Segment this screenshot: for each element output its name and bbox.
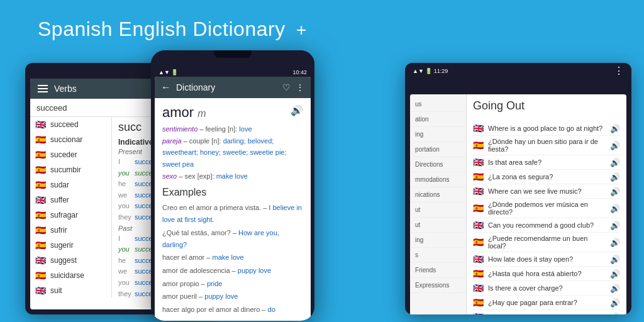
phone-notch xyxy=(151,50,314,68)
sidebar-item[interactable]: Expressions xyxy=(410,278,466,293)
sidebar-item[interactable]: Friends xyxy=(410,263,466,278)
flag-icon: 🇪🇸 xyxy=(35,166,47,174)
verbs-title: Verbs xyxy=(54,84,77,94)
list-item[interactable]: 🇬🇧suggest xyxy=(30,253,111,268)
flag-icon: 🇬🇧 xyxy=(35,257,47,264)
sidebar-item[interactable]: ing xyxy=(410,127,466,142)
sidebar-item[interactable]: mmodations xyxy=(410,172,466,187)
sidebar-item[interactable]: Directions xyxy=(410,157,466,172)
audio-icon[interactable]: 🔊 xyxy=(291,104,303,116)
list-item[interactable]: 🇪🇸sufrir xyxy=(30,223,111,238)
flag-icon: 🇪🇸 xyxy=(35,211,47,219)
audio-icon[interactable]: 🔊 xyxy=(610,269,620,279)
sidebar-item[interactable]: ing xyxy=(410,233,466,248)
flag-icon: 🇪🇸 xyxy=(473,237,486,247)
list-item[interactable]: 🇪🇸sucumbir xyxy=(30,162,111,177)
tablet-right-menu[interactable]: ⋮ xyxy=(614,65,624,77)
phone-screen: ← Dictionary ♡ ⋮ amor m 🔊 sentimiento – … xyxy=(155,77,311,321)
status-signal: ▲▼ 🔋 xyxy=(158,69,178,75)
audio-icon[interactable]: 🔊 xyxy=(610,238,620,247)
examples-title: Examples xyxy=(162,187,303,198)
flag-icon: 🇬🇧 xyxy=(35,196,47,204)
def-row: sexo – sex [exp]: make love xyxy=(162,170,303,182)
audio-icon[interactable]: 🔊 xyxy=(610,141,620,150)
example-row: Creo en el amor a primera vista. – I bel… xyxy=(162,202,303,225)
flag-icon: 🇬🇧 xyxy=(473,312,486,314)
phrase-row: 🇬🇧Where can we see live music?🔊 xyxy=(473,184,620,199)
list-item[interactable]: 🇪🇸suceder xyxy=(30,147,111,162)
phrase-row: 🇪🇸¿La zona es segura?🔊 xyxy=(473,170,620,184)
def-row: pareja – couple [n]: darling; beloved; s… xyxy=(162,135,303,170)
rt-main: Going Out 🇬🇧Where is a good place to go … xyxy=(467,94,626,314)
flag-icon: 🇪🇸 xyxy=(35,272,47,279)
audio-icon[interactable]: 🔊 xyxy=(610,124,620,133)
list-item[interactable]: 🇪🇸succionar xyxy=(30,132,111,147)
flag-icon: 🇪🇸 xyxy=(35,226,47,234)
tablet-right: ▲▼ 🔋 11:29 ⋮ us ation ing portation Dire… xyxy=(405,63,631,314)
more-options-icon[interactable]: ⋮ xyxy=(296,82,304,92)
dict-content: amor m 🔊 sentimiento – feeling [n]: love… xyxy=(155,98,311,318)
list-item[interactable]: 🇪🇸sugerir xyxy=(30,238,111,253)
sidebar-item[interactable]: us xyxy=(410,97,466,112)
list-item[interactable]: 🇪🇸sudar xyxy=(30,177,111,192)
phrase-row: 🇬🇧Do they serve food?🔊 xyxy=(473,310,620,314)
list-item[interactable]: 🇬🇧suffer xyxy=(30,192,111,208)
tablet-right-status: ▲▼ 🔋 11:29 xyxy=(413,68,448,74)
tablet-right-screen: us ation ing portation Directions mmodat… xyxy=(410,94,626,314)
flag-icon: 🇬🇧 xyxy=(473,123,486,133)
flag-icon: 🇪🇸 xyxy=(35,151,47,158)
sidebar-item[interactable]: portation xyxy=(410,142,466,157)
flag-icon: 🇪🇸 xyxy=(35,242,47,249)
sidebar-item[interactable]: ut xyxy=(410,218,466,233)
flag-icon: 🇪🇸 xyxy=(473,203,486,213)
audio-icon[interactable]: 🔊 xyxy=(610,187,620,196)
audio-icon[interactable]: 🔊 xyxy=(610,158,620,167)
flag-icon: 🇪🇸 xyxy=(473,172,486,182)
phrase-row: 🇪🇸¿Hasta qué hora está abierto?🔊 xyxy=(473,267,620,281)
phrase-row: 🇬🇧Is there a cover charge?🔊 xyxy=(473,281,620,296)
audio-icon[interactable]: 🔊 xyxy=(610,313,620,315)
phrase-row: 🇬🇧Is that area safe?🔊 xyxy=(473,155,620,170)
flag-icon: 🇬🇧 xyxy=(35,287,47,294)
hamburger-icon[interactable] xyxy=(38,85,48,92)
sidebar-item[interactable]: nications xyxy=(410,187,466,203)
flag-icon: 🇬🇧 xyxy=(473,283,486,293)
flag-icon: 🇬🇧 xyxy=(473,220,486,230)
audio-icon[interactable]: 🔊 xyxy=(610,298,620,308)
phrase-row: 🇬🇧Where is a good place to go at night?🔊 xyxy=(473,121,620,136)
flag-icon: 🇪🇸 xyxy=(35,136,47,143)
verb-list: 🇬🇧succeed 🇪🇸succionar 🇪🇸suceder 🇪🇸sucumb… xyxy=(30,117,112,297)
example-row: ¿Qué tal estás, amor? – How are you, dar… xyxy=(162,227,303,250)
sidebar-item[interactable]: ut xyxy=(410,203,466,218)
audio-icon[interactable]: 🔊 xyxy=(610,255,620,264)
audio-icon[interactable]: 🔊 xyxy=(610,172,620,182)
list-item[interactable]: 🇬🇧suit xyxy=(30,283,111,297)
audio-icon[interactable]: 🔊 xyxy=(610,204,620,213)
list-item[interactable]: 🇬🇧succeed xyxy=(30,117,111,132)
phrase-row: 🇪🇸¿Puede recomendarme un buen local?🔊 xyxy=(473,233,620,252)
flag-icon: 🇪🇸 xyxy=(473,297,486,308)
flag-icon: 🇪🇸 xyxy=(473,269,486,279)
sidebar-item[interactable]: ation xyxy=(410,112,466,127)
devices-container: Verbs ✕ 🇬🇧succeed 🇪🇸succionar 🇪🇸suceder … xyxy=(25,50,631,322)
flag-icon: 🇬🇧 xyxy=(473,254,486,264)
dict-word: amor m 🔊 xyxy=(162,104,303,121)
phrase-row: 🇪🇸¿Dónde podemos ver música en directo?🔊 xyxy=(473,199,620,218)
back-button[interactable]: ← xyxy=(161,82,171,93)
phrase-row: 🇬🇧How late does it stay open?🔊 xyxy=(473,252,620,267)
audio-icon[interactable]: 🔊 xyxy=(610,284,620,293)
flag-icon: 🇪🇸 xyxy=(473,140,486,150)
title-text: Spanish English Dictionary xyxy=(38,18,286,40)
list-item[interactable]: 🇪🇸sufragar xyxy=(30,208,111,223)
section-title: Going Out xyxy=(473,99,620,115)
favorite-icon[interactable]: ♡ xyxy=(282,82,291,92)
sidebar-item[interactable]: s xyxy=(410,248,466,263)
header-icons: ♡ ⋮ xyxy=(282,82,304,92)
audio-icon[interactable]: 🔊 xyxy=(610,221,620,230)
dict-header: ← Dictionary ♡ ⋮ xyxy=(155,77,311,98)
flag-icon: 🇬🇧 xyxy=(473,186,486,196)
list-item[interactable]: 🇪🇸suicidarse xyxy=(30,268,111,283)
example-row: hacer el amor – make love xyxy=(162,252,303,264)
phrase-row: 🇬🇧Can you recommend a good club?🔊 xyxy=(473,218,620,233)
flag-icon: 🇬🇧 xyxy=(473,157,486,167)
